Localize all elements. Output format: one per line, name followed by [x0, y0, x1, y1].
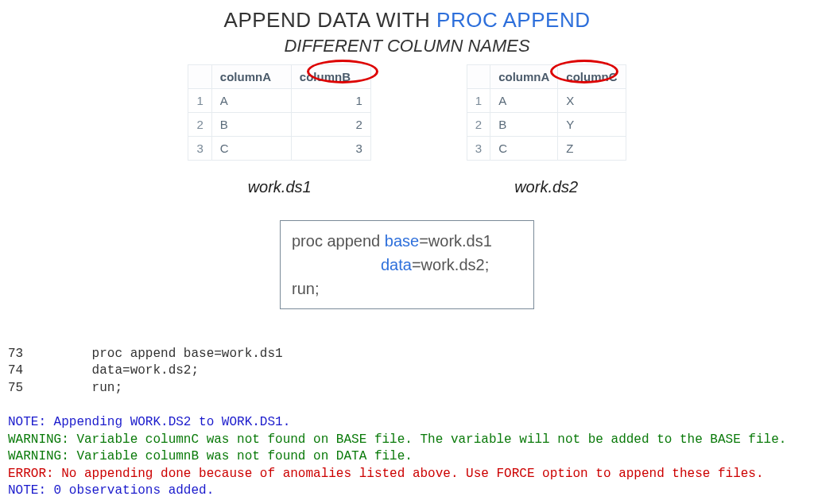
row-number: 2 [467, 113, 490, 137]
dataset-1: columnA columnB 1 A 1 2 B 2 3 C 3 work.d… [188, 64, 370, 196]
table-caption: work.ds2 [514, 178, 578, 196]
table-row: 2 B Y [467, 113, 626, 137]
cell: B [211, 113, 291, 137]
cell: B [490, 113, 558, 137]
log-line: 74 data=work.ds2; [8, 363, 199, 378]
cell: C [211, 137, 291, 161]
cell: A [490, 89, 558, 113]
col-header: columnA [490, 65, 558, 89]
code-line: run; [292, 277, 522, 300]
cell: C [490, 137, 558, 161]
cell: Z [558, 137, 626, 161]
row-number: 1 [188, 89, 211, 113]
code-text: proc append [292, 232, 385, 250]
code-keyword: data [381, 256, 412, 273]
table-row: 1 A X [467, 89, 626, 113]
code-text: =work.ds1 [419, 232, 492, 250]
code-keyword: base [385, 232, 419, 250]
sas-log-output: 73 proc append base=work.ds1 74 data=wor… [8, 328, 806, 500]
cell: 3 [291, 137, 370, 161]
corner-cell [467, 65, 490, 89]
code-line: proc append base=work.ds1 [292, 229, 522, 253]
tables-row: columnA columnB 1 A 1 2 B 2 3 C 3 work.d… [8, 64, 806, 196]
col-header: columnB [291, 65, 370, 89]
title-line-1: APPEND DATA WITH PROC APPEND [8, 8, 806, 33]
code-text: =work.ds2; [412, 256, 489, 273]
cell: Y [558, 113, 626, 137]
cell: 2 [291, 113, 370, 137]
col-header: columnA [211, 65, 291, 89]
title-prefix: APPEND DATA WITH [224, 8, 437, 32]
log-warning: WARNING: Variable columnB was not found … [8, 449, 413, 463]
sas-code-box: proc append base=work.ds1 data=work.ds2;… [280, 220, 534, 309]
cell: X [558, 89, 626, 113]
log-error: ERROR: No appending done because of anom… [8, 467, 764, 481]
row-number: 3 [467, 137, 490, 161]
log-line: 73 proc append base=work.ds1 [8, 347, 283, 361]
log-note: NOTE: 0 observations added. [8, 483, 214, 498]
log-line: 75 run; [8, 381, 122, 395]
row-number: 3 [188, 137, 211, 161]
log-warning: WARNING: Variable columnC was not found … [8, 432, 786, 447]
table-row: 1 A 1 [188, 89, 370, 113]
table-caption: work.ds1 [248, 178, 312, 196]
corner-cell [188, 65, 211, 89]
table-row: 2 B 2 [188, 113, 370, 137]
table-row: 3 C Z [467, 137, 626, 161]
title-line-2: DIFFERENT COLUMN NAMES [8, 36, 806, 56]
row-number: 1 [467, 89, 490, 113]
log-note: NOTE: Appending WORK.DS2 to WORK.DS1. [8, 415, 290, 429]
table-row: 3 C 3 [188, 137, 370, 161]
col-header: columnC [558, 65, 626, 89]
title-keyword: PROC APPEND [436, 8, 590, 32]
code-line: data=work.ds2; [292, 253, 522, 277]
cell: 1 [291, 89, 370, 113]
table-header-row: columnA columnB [188, 65, 370, 89]
table-ds2: columnA columnC 1 A X 2 B Y 3 C Z [467, 64, 626, 161]
dataset-2: columnA columnC 1 A X 2 B Y 3 C Z work.d… [467, 64, 626, 196]
cell: A [211, 89, 291, 113]
row-number: 2 [188, 113, 211, 137]
table-header-row: columnA columnC [467, 65, 626, 89]
slide-title: APPEND DATA WITH PROC APPEND DIFFERENT C… [8, 8, 806, 56]
table-ds1: columnA columnB 1 A 1 2 B 2 3 C 3 [188, 64, 370, 161]
